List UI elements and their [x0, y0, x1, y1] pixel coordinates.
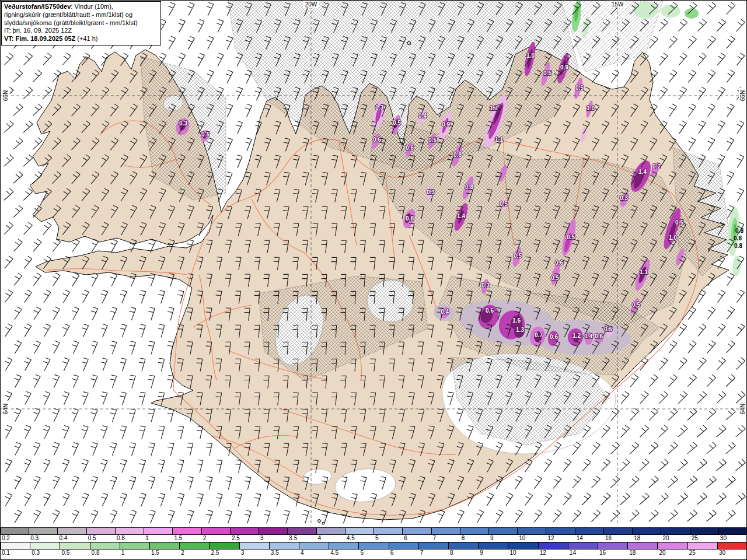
legend-col: 9 [489, 527, 518, 542]
precip-value-label: 1.4 [638, 169, 647, 175]
precip-value-label: 1.3 [516, 327, 524, 333]
precip-value-label: 0.5 [201, 131, 210, 138]
precip-value-label: 0.4 [418, 113, 427, 119]
legend-col: 7 [419, 542, 449, 556]
precip-value-label: 0.3 [481, 282, 490, 289]
legend-col: 12 [546, 527, 575, 542]
legend-col: 2.5 [231, 527, 259, 542]
legend-value: 0.3 [29, 535, 58, 542]
precip-value-label: 0.7 [535, 332, 543, 338]
legend-col: 20 [661, 527, 690, 542]
legend-col: 30 [719, 527, 747, 542]
legend-color-cell [633, 527, 661, 535]
legend-col: 18 [628, 542, 658, 556]
legend-col: 5 [359, 542, 389, 556]
legend-color-cell [546, 527, 575, 535]
precip-value-label: 0.8 [453, 152, 462, 158]
legend-col: 2.5 [210, 542, 239, 556]
legend-value: 5 [374, 535, 403, 542]
legend-color-cell [598, 542, 628, 550]
legend-color-cell [419, 542, 449, 550]
legend-col: 0.8 [90, 542, 120, 556]
precip-value-label: 0.6 [486, 307, 494, 314]
legend-value: 30 [719, 535, 747, 542]
legend-value: 1.5 [150, 550, 180, 556]
meridian-label: 20W [305, 1, 317, 8]
legend-col: 2 [180, 542, 210, 556]
legend-color-cell [604, 527, 633, 535]
legend-col: 18 [633, 527, 661, 542]
legend-value: 16 [604, 535, 633, 542]
legend-value: 0.5 [60, 550, 90, 556]
legend-color-cell [120, 542, 150, 550]
legend-color-cell [317, 527, 345, 535]
legend-col: 25 [690, 527, 719, 542]
legend-value: 14 [568, 550, 598, 556]
legend-col: 1.5 [150, 542, 180, 556]
legend-color-cell [688, 542, 718, 550]
legend-value: 25 [688, 550, 718, 556]
legend-row-rain: 0.10.30.50.811.522.533.544.5567891012141… [1, 542, 747, 556]
legend-color-cell [568, 542, 598, 550]
legend-value: 6 [389, 550, 419, 556]
legend-col: 7 [432, 527, 460, 542]
legend-color-cell [299, 542, 329, 550]
precip-value-label: 1.5 [512, 317, 521, 324]
legend-col: 14 [575, 527, 604, 542]
legend-value: 0.8 [90, 550, 120, 556]
legend-col: 25 [688, 542, 718, 556]
legend-value: 7 [419, 550, 449, 556]
legend-value: 1 [144, 535, 173, 542]
precip-value-label: 0.5 [428, 137, 437, 144]
legend-col: 16 [604, 527, 633, 542]
color-scale-legend: 0.20.30.40.50.811.522.533.544.5567891012… [1, 526, 747, 559]
legend-value: 3.5 [288, 535, 316, 542]
legend-value: 30 [718, 550, 747, 556]
precip-value-label: 0.6 [406, 145, 414, 151]
legend-col: 0.8 [116, 527, 144, 542]
legend-color-cell [479, 542, 508, 550]
legend-value: 8 [449, 550, 479, 556]
precip-value-label: 0.5 [393, 120, 401, 126]
legend-col: 0.1 [1, 542, 30, 556]
weather-forecast-page: 0.30.51.30.60.50.60.40.50.90.80.80.30.81… [0, 0, 747, 560]
legend-color-cell [173, 527, 201, 535]
precip-value-label: 0.6 [373, 136, 381, 143]
init-time: IT: þri. 16. 09. 2025 12Z [4, 27, 158, 35]
legend-col: 10 [518, 527, 546, 542]
precip-value-label: 0.5 [575, 85, 584, 91]
rain-value-label: 0.8 [735, 228, 743, 234]
legend-col: 8 [460, 527, 489, 542]
legend-color-cell [449, 542, 479, 550]
legend-value: 8 [460, 535, 489, 542]
precip-value-label: 0.4 [441, 309, 449, 315]
legend-value: 10 [508, 550, 538, 556]
legend-color-cell [270, 542, 299, 550]
legend-color-cell [508, 542, 538, 550]
legend-color-cell [210, 542, 239, 550]
legend-value: 16 [598, 550, 628, 556]
legend-value: 7 [432, 535, 460, 542]
legend-col: 0.5 [60, 542, 90, 556]
legend-value: 1 [120, 550, 150, 556]
legend-color-cell [90, 542, 120, 550]
legend-desc-rain: rigning/skúrir (grænt/blátt/rautt - mm/1… [4, 11, 158, 19]
precip-value-label: 1.3 [375, 104, 383, 111]
legend-value: 5 [359, 550, 389, 556]
precip-value-label: 0.5 [675, 219, 683, 226]
legend-color-cell [374, 527, 403, 535]
legend-color-cell [658, 542, 687, 550]
legend-col: 16 [598, 542, 628, 556]
legend-color-cell [144, 527, 173, 535]
legend-value: 0.3 [30, 550, 60, 556]
legend-col: 14 [568, 542, 598, 556]
rain-value-label: 0.8 [734, 243, 742, 249]
legend-color-cell [240, 542, 270, 550]
legend-color-cell [690, 527, 719, 535]
legend-value: 20 [661, 535, 690, 542]
legend-value: 4 [299, 550, 329, 556]
precip-value-label: 0.6 [595, 333, 603, 340]
legend-value: 10 [518, 535, 546, 542]
rain-value-label: 0.8 [734, 235, 742, 242]
legend-value: 9 [479, 550, 508, 556]
